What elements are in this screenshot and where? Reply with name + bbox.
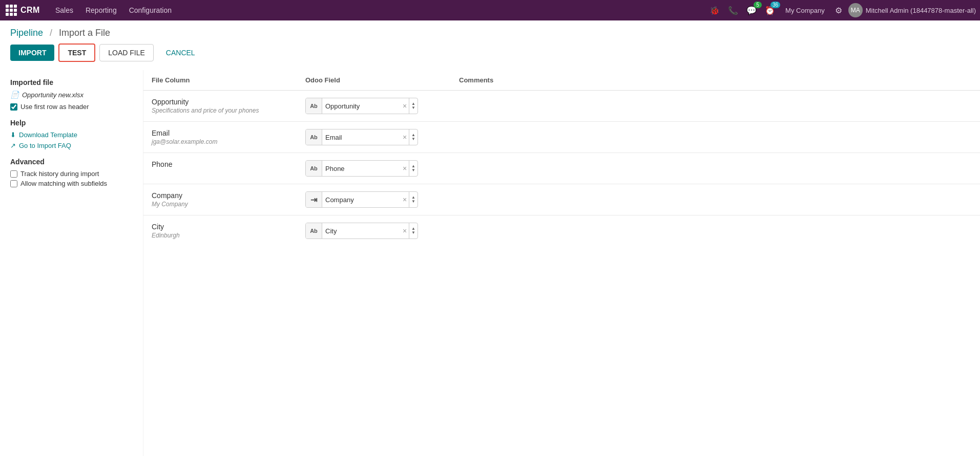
use-first-row-checkbox[interactable] <box>10 103 17 111</box>
breadcrumb-parent[interactable]: Pipeline <box>10 28 43 38</box>
allow-matching-label[interactable]: Allow matching with subfields <box>20 180 107 187</box>
field-sort-arrows-1[interactable]: ▲▼ <box>409 129 418 145</box>
file-name: Opportunity new.xlsx <box>22 91 84 99</box>
field-hint-0: Specifications and price of your phones <box>152 107 289 114</box>
field-sort-arrows-4[interactable]: ▲▼ <box>409 223 418 238</box>
test-button[interactable]: TEST <box>58 44 95 62</box>
field-sort-arrows-0[interactable]: ▲▼ <box>409 98 418 114</box>
field-clear-button-4[interactable]: × <box>401 227 409 235</box>
nav-menu: Sales Reporting Configuration <box>50 4 707 16</box>
user-menu[interactable]: MA Mitchell Admin (18447878-master-all) <box>848 3 976 17</box>
field-sort-arrows-3[interactable]: ▲▼ <box>409 192 418 207</box>
settings-icon[interactable]: ⚙ <box>833 4 844 17</box>
field-type-badge-2: Ab <box>306 161 322 176</box>
odoo-field-cell-0: AbOpportunity×▲▼ <box>297 91 451 122</box>
import-table: File Column Odoo Field Comments Opportun… <box>143 70 980 246</box>
navbar-right: 🐞 📞 💬 5 ⏰ 36 My Company ⚙ MA Mitchell Ad… <box>707 3 976 17</box>
main-layout: Imported file 📄 Opportunity new.xlsx Use… <box>0 70 980 456</box>
odoo-field-cell-4: AbCity×▲▼ <box>297 215 451 247</box>
comments-cell-4 <box>451 215 980 247</box>
comments-cell-0 <box>451 91 980 122</box>
chat-badge: 5 <box>754 2 762 8</box>
import-button[interactable]: IMPORT <box>10 45 54 61</box>
use-first-row-row: Use first row as header <box>10 103 133 111</box>
file-col-cell-3: CompanyMy Company <box>143 184 297 215</box>
file-name-row: 📄 Opportunity new.xlsx <box>10 91 133 99</box>
top-navbar: CRM Sales Reporting Configuration 🐞 📞 💬 … <box>0 0 980 20</box>
app-brand[interactable]: CRM <box>20 6 40 15</box>
table-row: OpportunitySpecifications and price of y… <box>143 91 980 122</box>
track-history-label[interactable]: Track history during import <box>20 170 99 178</box>
field-selector-text-1: Email <box>322 134 401 141</box>
field-clear-button-0[interactable]: × <box>401 102 409 110</box>
file-col-cell-0: OpportunitySpecifications and price of y… <box>143 91 297 122</box>
odoo-field-cell-3: ⇥Company×▲▼ <box>297 184 451 215</box>
field-sort-arrows-2[interactable]: ▲▼ <box>409 161 418 176</box>
comments-cell-3 <box>451 184 980 215</box>
table-header: File Column Odoo Field Comments <box>143 70 980 91</box>
external-link-icon: ↗ <box>10 142 16 149</box>
user-avatar: MA <box>848 3 863 17</box>
activity-icon-wrapper[interactable]: ⏰ 36 <box>763 4 777 17</box>
field-name-0: Opportunity <box>152 98 289 106</box>
field-type-badge-0: Ab <box>306 98 322 114</box>
field-clear-button-2[interactable]: × <box>401 164 409 172</box>
field-name-3: Company <box>152 191 289 200</box>
field-selector-4[interactable]: AbCity×▲▼ <box>305 223 418 239</box>
breadcrumb: Pipeline / Import a File <box>0 20 980 44</box>
breadcrumb-current: Import a File <box>59 28 110 38</box>
field-clear-button-1[interactable]: × <box>401 133 409 141</box>
field-type-badge-3: ⇥ <box>306 192 322 207</box>
col-odoo-header: Odoo Field <box>297 70 451 91</box>
field-selector-text-3: Company <box>322 196 401 204</box>
field-selector-1[interactable]: AbEmail×▲▼ <box>305 129 418 145</box>
import-faq-link[interactable]: ↗ Go to Import FAQ <box>10 142 133 149</box>
table-row: CityEdinburghAbCity×▲▼ <box>143 215 980 247</box>
field-name-1: Email <box>152 129 289 137</box>
bug-icon[interactable]: 🐞 <box>707 4 722 17</box>
col-comments-header: Comments <box>451 70 980 91</box>
field-selector-text-0: Opportunity <box>322 102 401 110</box>
field-clear-button-3[interactable]: × <box>401 196 409 204</box>
download-template-link[interactable]: ⬇ Download Template <box>10 131 133 139</box>
allow-matching-checkbox[interactable] <box>10 180 17 187</box>
comments-cell-1 <box>451 122 980 153</box>
field-hint-1: jga@solar.example.com <box>152 138 289 145</box>
import-faq-label: Go to Import FAQ <box>19 142 71 149</box>
table-row: Emailjga@solar.example.comAbEmail×▲▼ <box>143 122 980 153</box>
sidebar: Imported file 📄 Opportunity new.xlsx Use… <box>0 70 143 456</box>
user-name: Mitchell Admin (18447878-master-all) <box>866 7 976 14</box>
field-hint-4: Edinburgh <box>152 232 289 239</box>
field-name-4: City <box>152 223 289 231</box>
advanced-title: Advanced <box>10 158 133 166</box>
allow-matching-row: Allow matching with subfields <box>10 180 133 187</box>
odoo-field-cell-2: AbPhone×▲▼ <box>297 153 451 184</box>
use-first-row-label[interactable]: Use first row as header <box>20 103 89 111</box>
download-icon: ⬇ <box>10 131 16 139</box>
field-selector-3[interactable]: ⇥Company×▲▼ <box>305 191 418 208</box>
content-area: File Column Odoo Field Comments Opportun… <box>143 70 980 456</box>
phone-icon[interactable]: 📞 <box>726 4 740 17</box>
field-selector-0[interactable]: AbOpportunity×▲▼ <box>305 98 418 114</box>
action-bar: IMPORT TEST LOAD FILE CANCEL <box>0 44 980 70</box>
company-name[interactable]: My Company <box>781 7 829 14</box>
field-selector-2[interactable]: AbPhone×▲▼ <box>305 160 418 177</box>
nav-sales[interactable]: Sales <box>50 4 78 16</box>
load-file-button[interactable]: LOAD FILE <box>99 44 154 61</box>
file-col-cell-2: Phone <box>143 153 297 184</box>
nav-configuration[interactable]: Configuration <box>124 4 177 16</box>
field-selector-text-2: Phone <box>322 165 401 172</box>
table-row: CompanyMy Company⇥Company×▲▼ <box>143 184 980 215</box>
chat-icon-wrapper[interactable]: 💬 5 <box>744 4 759 17</box>
odoo-field-cell-1: AbEmail×▲▼ <box>297 122 451 153</box>
field-name-2: Phone <box>152 160 289 168</box>
track-history-checkbox[interactable] <box>10 170 17 178</box>
track-history-row: Track history during import <box>10 170 133 178</box>
nav-reporting[interactable]: Reporting <box>80 4 122 16</box>
file-col-cell-1: Emailjga@solar.example.com <box>143 122 297 153</box>
cancel-button[interactable]: CANCEL <box>158 45 203 61</box>
apps-menu-button[interactable] <box>4 3 18 17</box>
table-row: PhoneAbPhone×▲▼ <box>143 153 980 184</box>
field-type-badge-4: Ab <box>306 223 322 238</box>
field-selector-text-4: City <box>322 227 401 235</box>
